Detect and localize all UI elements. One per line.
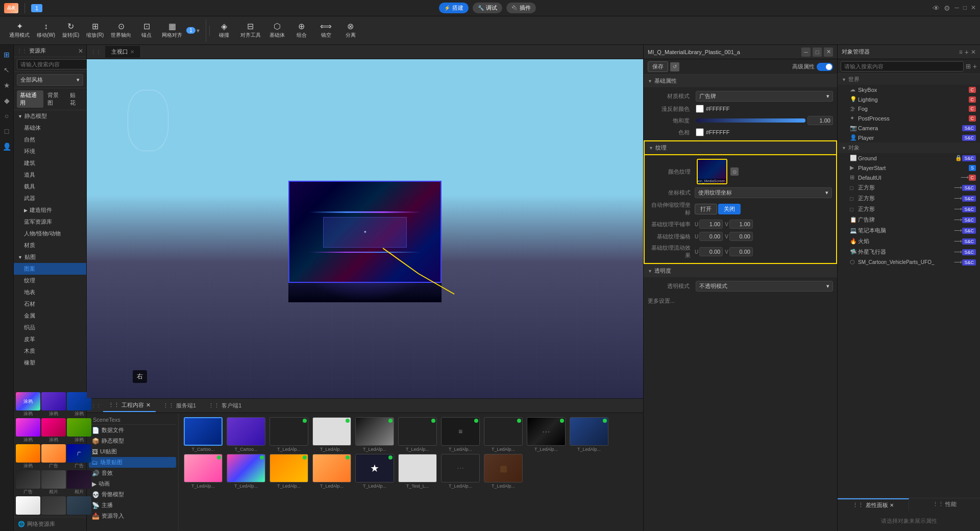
asset-item-4[interactable]: 涂鸦 xyxy=(16,418,40,443)
transparency-mode-dropdown[interactable]: 不透明模式 ▾ xyxy=(696,281,833,292)
obj-playerstart[interactable]: ▶ PlayerStart S xyxy=(838,163,980,173)
obj-panel-close[interactable]: ✕ xyxy=(971,49,976,56)
asset-item-1[interactable]: 涂鸦 涂鸦 xyxy=(16,392,40,417)
cat-character[interactable]: 人物/怪物/动物 xyxy=(14,228,86,239)
file-item-broadcast[interactable]: 📡主播 xyxy=(89,500,176,511)
minimize-btn[interactable]: ─ xyxy=(954,4,959,12)
grid-num[interactable]: 1 xyxy=(186,27,195,34)
obj-square-3[interactable]: □ 正方形 ⟶ S&C xyxy=(838,204,980,214)
obj-player[interactable]: 👤 Player S&C xyxy=(838,133,980,142)
prop-panel-close[interactable]: ✕ xyxy=(890,502,894,508)
cat-vehicle[interactable]: 载具 xyxy=(14,181,86,192)
obj-defaultui[interactable]: ⊞ DefaultUI ⟶ C xyxy=(838,173,980,182)
cursor-tool-icon[interactable]: ↖ xyxy=(1,64,12,76)
cat-building[interactable]: 建筑 xyxy=(14,157,86,169)
obj-laptop[interactable]: 💻 笔记本电脑 ⟶ S&C xyxy=(838,225,980,236)
file-item-import[interactable]: 📥资源导入 xyxy=(89,511,176,521)
browser-item-12[interactable]: T_LedAlp... xyxy=(268,454,309,489)
browser-item-9[interactable]: T_LedAlp... xyxy=(569,417,609,452)
style-tab-basic[interactable]: 基础通用 xyxy=(17,90,43,108)
asset-item-15[interactable] xyxy=(67,496,91,515)
basic-section-header[interactable]: ▼ 基础属性 xyxy=(644,75,837,87)
box-icon[interactable]: □ xyxy=(1,126,12,137)
build-mode-btn[interactable]: ⚡ 搭建 xyxy=(439,3,469,13)
obj-square-2[interactable]: □ 正方形 ⟶ S&C xyxy=(838,193,980,204)
hue-color-swatch[interactable] xyxy=(696,128,704,136)
undo-btn[interactable]: ↺ xyxy=(670,62,679,71)
eye-icon[interactable]: 👁 xyxy=(933,4,940,12)
cat-material[interactable]: 材质 xyxy=(14,239,86,251)
obj-fire[interactable]: 🔥 火焰 ⟶ S&C xyxy=(838,236,980,247)
file-item-audio[interactable]: 🔊音效 xyxy=(89,468,176,478)
browser-item-13[interactable]: T_LedAlp... xyxy=(311,454,352,489)
obj-ufo[interactable]: 🛸 外星飞行器 ⟶ S&C xyxy=(838,247,980,257)
primitive-btn[interactable]: ⬡ 基础体 xyxy=(266,19,288,42)
file-item-scene[interactable]: 🗂场景贴图 xyxy=(89,457,176,468)
obj-ground[interactable]: ⬜ Ground 🔒 S&C xyxy=(838,153,980,163)
plugin-mode-btn[interactable]: 🔌 插件 xyxy=(506,3,536,13)
move-btn[interactable]: ↕ 移动(W) xyxy=(34,19,58,42)
cat-pattern[interactable]: 图案 xyxy=(14,263,86,275)
viewport-tab-close[interactable]: ✕ xyxy=(130,49,134,55)
file-item-anim[interactable]: ▶动画 xyxy=(89,478,176,489)
file-item-ui[interactable]: 🖼UI贴图 xyxy=(89,446,176,457)
tile-u-val[interactable]: 1.00 xyxy=(699,220,723,229)
prop-tab-panel[interactable]: ⋮⋮ 差性面板 ✕ xyxy=(838,498,909,511)
browser-item-0[interactable]: T_Cartoo... xyxy=(183,417,224,452)
align-btn[interactable]: ⊟ 对齐工具 xyxy=(237,19,264,42)
browser-item-16[interactable]: ⋯ T_LedAlp... xyxy=(440,454,481,489)
material-maximize-btn[interactable]: □ xyxy=(813,47,822,57)
filter-btn[interactable]: ≡ xyxy=(959,49,963,56)
bottom-tab-server[interactable]: ⋮⋮ 服务端1 xyxy=(158,400,201,412)
offset-u-val[interactable]: 0.00 xyxy=(699,232,723,241)
world-axis-btn[interactable]: ⊙ 世界轴向 xyxy=(108,19,134,42)
circle-icon[interactable]: ○ xyxy=(1,110,12,122)
separate-btn[interactable]: ⊗ 分离 xyxy=(339,19,362,42)
mirror-btn[interactable]: ⟺ 镜空 xyxy=(315,19,337,42)
browser-item-8[interactable]: ⋯ T_LedAlp... xyxy=(526,417,567,452)
cat-metal[interactable]: 金属 xyxy=(14,310,86,322)
browser-item-5[interactable]: T_LedAlp... xyxy=(397,417,438,452)
material-close-btn[interactable]: ✕ xyxy=(824,47,833,57)
cat-build-parts[interactable]: ▶建造组件 xyxy=(14,204,86,216)
rotate-btn[interactable]: ↻ 旋转(E) xyxy=(59,19,82,42)
world-section-header[interactable]: ▼ 世界 xyxy=(838,74,980,85)
title-tab-1[interactable]: 1 xyxy=(31,4,42,12)
advanced-toggle[interactable] xyxy=(817,63,833,71)
browser-item-15[interactable]: T_Test_L... xyxy=(397,454,438,489)
transparency-header[interactable]: ▼ 透明度 xyxy=(644,264,837,277)
obj-sm-ufo[interactable]: ⬡ SM_Cartoon_VehicleParts_UFO_ ⟶ S&C xyxy=(838,257,980,267)
saturation-number[interactable]: 1.00 xyxy=(807,116,833,125)
objects-section-header[interactable]: ▼ 对象 xyxy=(838,142,980,153)
prop-tab-perf[interactable]: ⋮⋮ 性能 xyxy=(909,498,980,511)
open-btn[interactable]: 打开 xyxy=(695,204,717,214)
asset-item-10[interactable]: 广告 xyxy=(16,470,40,495)
cat-blue-army[interactable]: 蓝军资源库 xyxy=(14,216,86,228)
cat-weapon[interactable]: 武器 xyxy=(14,192,86,204)
bottom-tab-project[interactable]: ⋮⋮ 工程内容 ✕ xyxy=(103,399,156,412)
grid-align-btn[interactable]: ▦ 网格对齐 xyxy=(159,19,185,42)
cat-ground[interactable]: 地表 xyxy=(14,286,86,298)
person-icon[interactable]: 👤 xyxy=(1,141,12,152)
general-mode-btn[interactable]: ✦ 通用模式 xyxy=(6,19,33,42)
asset-item-2[interactable]: 涂鸦 xyxy=(41,392,66,417)
maximize-btn[interactable]: □ xyxy=(963,4,967,12)
cat-static-model[interactable]: ▼静态模型 xyxy=(14,110,86,122)
viewport-tab-main[interactable]: 主视口 ✕ xyxy=(105,46,141,58)
cat-leather[interactable]: 皮革 xyxy=(14,333,86,345)
cat-props[interactable]: 道具 xyxy=(14,169,86,181)
cat-env[interactable]: 环境 xyxy=(14,146,86,157)
obj-camera[interactable]: 📷 Camera S&C xyxy=(838,123,980,133)
browser-item-11[interactable]: T_LedAlp... xyxy=(226,454,266,489)
asset-item-7[interactable]: 涂鸦 xyxy=(16,444,40,469)
diffuse-color-swatch[interactable] xyxy=(696,105,704,113)
tile-v-val[interactable]: 1.00 xyxy=(729,220,753,229)
obj-lighting[interactable]: 💡 Lighting C xyxy=(838,94,980,104)
cat-texture[interactable]: 纹理 xyxy=(14,275,86,286)
texture-section-header[interactable]: ▼ 纹理 xyxy=(644,140,837,155)
file-item-static[interactable]: 📦静态模型 xyxy=(89,436,176,446)
texture-browse-btn[interactable]: ⊙ xyxy=(730,167,739,176)
browser-item-14[interactable]: ★ T_LedAlp... xyxy=(354,454,395,489)
browser-item-6[interactable]: ≡ T_LedAlp... xyxy=(440,417,481,452)
add-btn[interactable]: + xyxy=(965,48,969,56)
